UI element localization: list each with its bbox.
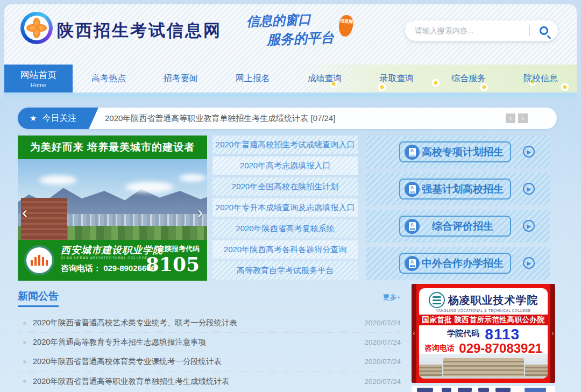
news-item[interactable]: 2020年陕西省普通高校艺术类专业统考、联考一分段统计表 2020/07/24 — [18, 313, 401, 333]
special-button-frame: A 强基计划高校招生 — [399, 179, 511, 199]
quick-link-national-plan[interactable]: 2020年全国高校在陕招生计划 — [212, 177, 358, 196]
ad-code: 8113 — [485, 326, 520, 343]
yangling-ad-banner[interactable]: ‹ › 杨凌职业技术学院 YANGLING VOCATIONAL & TECHN… — [412, 284, 555, 383]
partial-next-banner[interactable] — [412, 386, 555, 392]
quick-link-volunteer-entry[interactable]: 2020年高考志愿填报入口 — [212, 156, 358, 175]
quick-link-score-query-entry[interactable]: 2020年普通高校招生考试成绩查询入口 — [212, 136, 358, 154]
nav-tab-college-info[interactable]: 院校信息 — [505, 65, 577, 92]
main-nav: 网站首页 Home 高考热点 招考要闻 网上报名 成绩查询 录取查询 综合服务 … — [4, 65, 577, 92]
nav-tab-online-registration[interactable]: 网上报名 — [217, 65, 289, 92]
partial-text-fragment — [458, 388, 472, 392]
quick-links-column: 2020年普通高校招生考试成绩查询入口 2020年高考志愿填报入口 2020年全… — [212, 136, 358, 282]
news-item-text: 2020年陕西省普通高校体育类专业课统考一分段统计表 — [33, 357, 364, 367]
cloud-decoration — [179, 174, 206, 182]
special-button-university-plan[interactable]: A 高校专项计划招生 ▶ — [366, 136, 550, 168]
page: 陕西招生考试信息网 信息的窗口 服务的平台 信息网 网站首页 Home 高考热点… — [0, 0, 581, 392]
quick-link-subject-scores[interactable]: 2020年陕西高考各科各题得分查询 — [212, 240, 358, 259]
logo-petal — [26, 24, 38, 32]
special-button-label: 高校专项计划招生 — [422, 145, 504, 159]
nav-tab-home-label: 网站首页 — [4, 69, 73, 81]
nav-tab-score-query[interactable]: 成绩查询 — [289, 65, 361, 92]
special-admissions-column: A 高校专项计划招生 ▶ A 强基计划高校招生 ▶ A 综合评价招生 ▶ A 中… — [366, 136, 550, 284]
nav-tab-gaokao-hotspots[interactable]: 高考热点 — [73, 65, 145, 92]
partial-text-fragment — [478, 388, 489, 392]
search-bar — [405, 20, 558, 41]
bullet-icon — [23, 380, 26, 383]
ad-content: 杨凌职业技术学院 YANGLING VOCATIONAL & TECHNICAL… — [419, 288, 548, 379]
search-button[interactable] — [530, 20, 558, 41]
news-header: 新闻公告 更多+ — [18, 287, 401, 307]
document-glyph: A — [409, 222, 416, 231]
partial-text-fragment — [417, 388, 433, 392]
carousel-photo — [18, 159, 207, 240]
news-item-text: 2020年普通高等教育专升本招生志愿填报注意事项 — [33, 337, 364, 347]
carousel-next-arrow[interactable]: › — [197, 204, 203, 220]
nav-tab-home[interactable]: 网站首页 Home — [4, 65, 73, 92]
news-section: 新闻公告 更多+ 2020年陕西省普通高校艺术类专业统考、联考一分段统计表 20… — [18, 287, 401, 391]
news-item[interactable]: 2020年普通高等教育专升本招生志愿填报注意事项 2020/07/24 — [18, 333, 401, 352]
yangling-logo-icon — [429, 292, 445, 308]
carousel-prev-arrow[interactable]: ‹ — [22, 204, 27, 220]
special-button-sino-foreign[interactable]: A 中外合作办学招生 ▶ — [366, 247, 550, 280]
ad-logo-row: 杨凌职业技术学院 — [419, 292, 548, 308]
news-item[interactable]: 2020年陕西省普通高等职业教育单独招生考生成绩统计表 2020/07/24 — [18, 372, 401, 391]
carousel-college-strip: 西安城市建设职业学院 XI AN UEBAN ARCHITECTURAL COL… — [18, 240, 207, 281]
news-title-underline — [18, 305, 59, 307]
site-title: 陕西招生考试信息网 — [57, 19, 222, 42]
document-glyph: A — [409, 148, 416, 156]
ticker-next-button[interactable]: › — [518, 113, 528, 123]
special-button-label: 综合评价招生 — [432, 219, 493, 233]
carousel-banner[interactable]: 为美好而来 培养最美城市的建设者 ‹ › 西安城市建设职业学院 XI AN UE… — [18, 136, 207, 281]
special-button-label: 中外合作办学招生 — [422, 256, 504, 270]
ad-college-name-en: YANGLING VOCATIONAL & TECHNICAL COLLEGE — [419, 309, 548, 312]
slogan-line1: 信息的窗口 — [246, 9, 376, 30]
document-icon: A — [405, 256, 420, 271]
search-input[interactable] — [415, 26, 529, 35]
bullet-icon — [23, 322, 26, 325]
college-seal-icon — [24, 245, 54, 275]
site-logo-icon[interactable] — [20, 12, 53, 44]
slogan-line2: 服务的平台 — [266, 27, 375, 48]
ticker-arrows: ‹ › — [506, 113, 528, 123]
ad-red-strip: 国家首批 陕西首所示范性高职公办院校 — [419, 315, 548, 325]
ad-prev-arrow[interactable]: ‹ — [412, 284, 416, 383]
college-phone: 咨询电话： 029-89026666 — [61, 263, 155, 274]
star-icon: ★ — [30, 113, 37, 123]
quick-link-review-system[interactable]: 2020年陕西省高考复核系统 — [212, 219, 358, 238]
news-more-link[interactable]: 更多+ — [382, 293, 401, 302]
ad-phone-label: 咨询电话 — [424, 344, 455, 352]
nav-tab-comprehensive-services[interactable]: 综合服务 — [433, 65, 505, 92]
special-button-qiangji-plan[interactable]: A 强基计划高校招生 ▶ — [366, 173, 550, 205]
news-item-text: 2020年陕西省普通高等职业教育单独招生考生成绩统计表 — [33, 376, 364, 387]
cloud-decoration — [125, 182, 174, 193]
news-divider — [18, 307, 401, 307]
special-button-comprehensive-evaluation[interactable]: A 综合评价招生 ▶ — [366, 210, 550, 243]
quick-link-zhuanshengben[interactable]: 2020年专升本成绩查询及志愿填报入口 — [212, 198, 358, 217]
special-button-frame: A 高校专项计划招生 — [399, 141, 511, 162]
special-button-label: 强基计划高校招生 — [422, 182, 504, 196]
document-glyph: A — [409, 259, 416, 268]
ad-campus-photo — [419, 354, 548, 379]
today-focus-label[interactable]: ★ 今日关注 — [18, 108, 89, 129]
cloud-decoration — [39, 175, 77, 185]
document-icon: A — [405, 182, 420, 197]
ad-next-arrow[interactable]: › — [550, 284, 555, 383]
nav-tab-admission-query[interactable]: 录取查询 — [360, 65, 433, 92]
nav-tab-recruit-news[interactable]: 招考要闻 — [145, 65, 217, 92]
news-list: 2020年陕西省普通高校艺术类专业统考、联考一分段统计表 2020/07/24 … — [18, 313, 401, 391]
news-title: 新闻公告 — [18, 289, 59, 303]
special-button-frame: A 综合评价招生 — [399, 216, 511, 237]
bullet-icon — [23, 360, 26, 364]
search-icon — [540, 26, 548, 35]
ticker-headline-link[interactable]: 2020年陕西省普通高等职业教育单独招生考生成绩统计表 [07/24] — [105, 113, 506, 124]
ticker-prev-button[interactable]: ‹ — [506, 113, 515, 123]
partial-text-fragment — [442, 388, 451, 392]
campus-building — [443, 358, 524, 376]
news-item[interactable]: 2020年陕西省普通高校体育类专业课统考一分段统计表 2020/07/24 — [18, 352, 401, 372]
ad-college-name: 杨凌职业技术学院 — [448, 293, 539, 308]
bullet-icon — [23, 341, 26, 344]
ad-phone-number: 029-87083921 — [459, 341, 542, 355]
quick-link-self-study-exam[interactable]: 高等教育自学考试服务平台 — [212, 261, 358, 280]
special-button-frame: A 中外合作办学招生 — [399, 253, 511, 274]
partial-badge-fragment — [525, 388, 546, 392]
